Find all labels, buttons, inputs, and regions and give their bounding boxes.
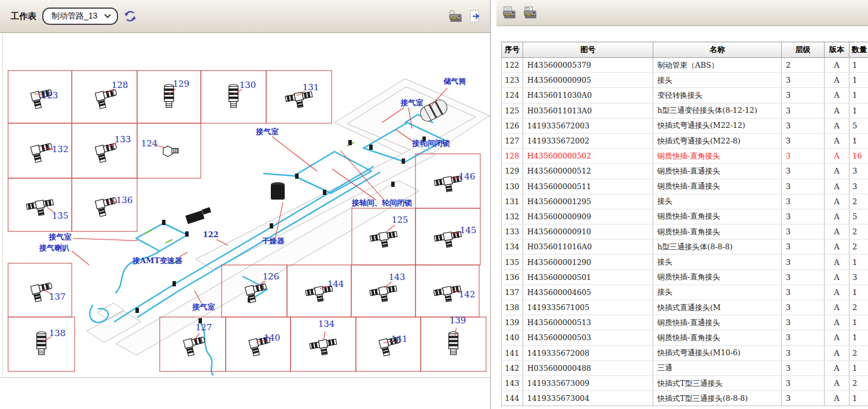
print-preview-button[interactable] [523,6,538,20]
cell: A [825,194,849,209]
part-thumbnail [310,338,339,357]
diagram-label: 储气筒 [443,77,466,86]
column-header[interactable]: 序号 [502,42,523,58]
cell: 125 [502,103,523,118]
part-thumbnail [370,230,399,249]
part-row-143[interactable]: 1431419335673009快插式T型三通接头3A2 [502,375,868,390]
part-row-125[interactable]: 125H0356011013A0h型三通变径接头体(8-12-12)3A1 [502,103,868,118]
part-row-124[interactable]: 124H4356011030A0变径转换接头3A1 [502,88,868,103]
worksheet-select-value: 制动管路_13 [52,11,97,21]
cell: A [825,391,849,406]
part-row-130[interactable]: 130H435600000511铜质快插-直通接头3A3 [502,179,868,194]
callout-number[interactable]: 124 [141,138,158,149]
part-row-122[interactable]: 122H435600005379制动管束（ABS）2A1 [502,58,868,73]
part-row-138[interactable]: 1381419335671005快插式直通接头(M3A2 [502,300,868,315]
part-row-142[interactable]: 142H035600000488三通3A1 [502,360,868,375]
cell: 3 [782,88,825,103]
cell: 3 [782,315,825,330]
callout-number[interactable]: 126 [263,271,279,282]
part-thumbnail [95,142,119,163]
refresh-button[interactable] [124,10,137,23]
part-row-128[interactable]: 128H435600000502铜质快插-直角接头3A16 [502,149,868,164]
cell: 1 [849,330,868,345]
cell: H435600000905 [523,73,653,88]
parts-table-container[interactable]: 序号图号名称层级版本数量 122H435600005379制动管束（ABS）2A… [501,42,868,409]
callout-number[interactable]: 146 [459,171,476,182]
cell: 铜质快插-直角接头 [653,209,782,224]
column-header[interactable]: 层级 [782,42,825,58]
callout-number[interactable]: 142 [459,289,476,300]
callout-number[interactable]: 135 [52,211,69,221]
callout-number[interactable]: 145 [460,225,477,235]
cell: 3 [782,73,825,88]
export-button[interactable] [469,9,482,23]
part-row-141[interactable]: 1411419335672008快插式弯通接头(M10-6)3A2 [502,345,868,360]
label-leader [272,137,317,171]
part-row-129[interactable]: 129H435600000512铜质快插-直通接头3A3 [502,164,868,179]
part-row-123[interactable]: 123H435600000905接头3A1 [502,73,868,88]
cell: H435600000512 [523,164,653,179]
cell: H435600000910 [523,224,653,239]
callout-number[interactable]: 127 [196,322,212,333]
callout-number[interactable]: 143 [389,272,406,282]
cell: 3 [782,224,825,239]
part-thumbnail [449,332,458,355]
column-header[interactable]: 数量 [849,42,868,58]
diagram-label: 接气喇叭 [39,244,70,252]
callout-number[interactable]: 133 [115,134,131,145]
cell: 3 [849,270,868,285]
callout-number[interactable]: 134 [318,319,335,329]
print-list-button[interactable] [502,6,517,20]
part-row-131[interactable]: 131H435600001295接头3A2 [502,194,868,209]
callout-number[interactable]: 132 [52,144,69,154]
cell: 快插式弯通接头(M22-8) [653,133,782,148]
cell: A [825,164,849,179]
callout-number[interactable]: 140 [264,333,281,343]
cell: A [825,270,849,285]
parts-list-panel: 序号图号名称层级版本数量 122H435600005379制动管束（ABS）2A… [496,0,868,409]
callout-number[interactable]: 136 [116,195,133,205]
cell: 3 [782,300,825,315]
callout-number[interactable]: 125 [392,215,409,225]
part-row-133[interactable]: 133H435600000910铜质快插-直角接头3A2 [502,224,868,239]
part-row-132[interactable]: 132H435600000909铜质快插-直角接头3A5 [502,209,868,224]
part-row-127[interactable]: 1271419335672002快插式弯通接头(M22-8)3A1 [502,133,868,148]
column-header[interactable]: 版本 [825,42,849,58]
cell: H0356011016A0 [523,239,653,255]
callout-number[interactable]: 137 [49,292,66,302]
column-header[interactable]: 名称 [653,42,782,58]
print-button[interactable] [448,9,464,23]
part-row-126[interactable]: 1261419335672003快插式弯通接头(M22-12)3A5 [502,118,868,133]
part-row-140[interactable]: 140H435600000503铜质快插-直角接头3A1 [502,330,868,345]
part-thumbnail [95,89,119,109]
callout-number[interactable]: 129 [173,79,190,89]
callout-number[interactable]: 131 [303,82,319,93]
part-row-136[interactable]: 136H435600000501铜质快插-直角接头3A3 [502,270,868,285]
cell: 1 [849,285,868,300]
part-row-139[interactable]: 139H435600000513铜质快插-直通接头3A1 [502,315,868,330]
callout-number[interactable]: 139 [450,315,466,326]
callout-number[interactable]: 128 [112,80,128,90]
callout-number[interactable]: 144 [328,279,344,289]
cell: 1 [849,391,868,406]
callout-number[interactable]: 130 [240,80,256,90]
worksheet-select[interactable]: 制动管路_13 [42,8,118,25]
cell: 127 [502,133,523,148]
cell: A [825,315,849,330]
callout-leader [323,331,325,341]
callout-number[interactable]: 141 [391,334,408,344]
column-header[interactable]: 图号 [523,42,653,58]
cell: 铜质快插-直通接头 [653,315,782,330]
callout-number[interactable]: 138 [49,328,66,338]
cell: 快插式弯通接头(M22-12) [653,118,782,133]
part-row-137[interactable]: 137H435600004605接头3A1 [502,285,868,300]
cell: H035600000488 [523,360,653,375]
cell: 接头 [653,255,782,270]
cell: H435600001290 [523,255,653,270]
diagram-panel: 1231281291301311321331241351361371381461… [0,0,491,409]
callout-number[interactable]: 123 [42,90,58,101]
part-row-135[interactable]: 135H435600001290接头3A1 [502,255,868,270]
part-row-144[interactable]: 1441419335673004快插式T型三通接头(8-8-8)3A1 [502,391,868,406]
cell: 1 [849,255,868,270]
part-row-134[interactable]: 134H0356011016A0h型三通接头体(8-8-8)3A2 [502,239,868,255]
